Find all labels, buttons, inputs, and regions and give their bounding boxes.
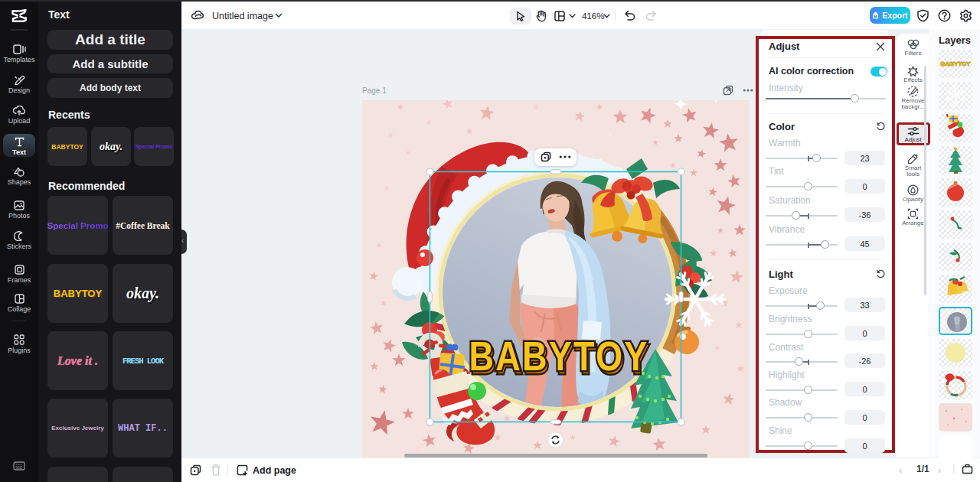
svg-text:BABYTOY: BABYTOY (941, 60, 972, 67)
svg-text:BABYTOY: BABYTOY (469, 333, 648, 378)
